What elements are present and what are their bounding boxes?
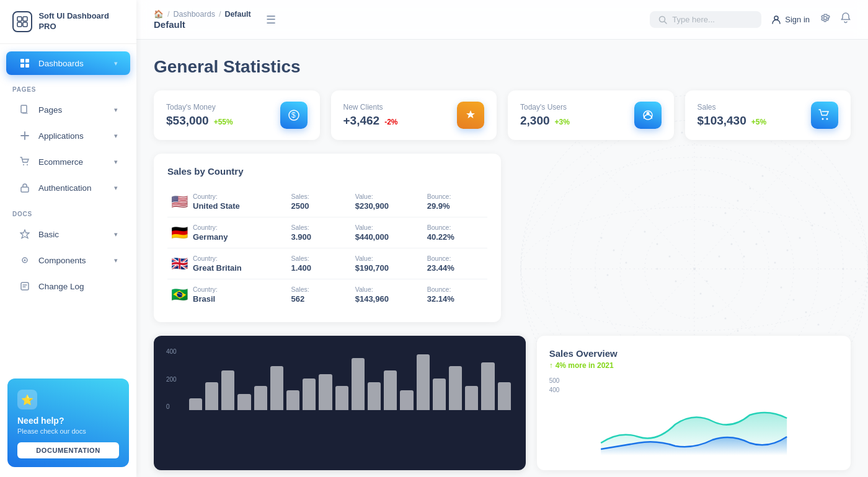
bar [189,398,202,410]
sidebar-item-applications[interactable]: Applications ▾ [6,124,130,147]
sales-cell: Sales: 1.400 [288,248,352,279]
notification-icon[interactable] [841,12,851,27]
svg-text:$: $ [291,111,296,120]
sales-label: Sales: [291,193,348,200]
sidebar-item-authentication[interactable]: Authentication ▾ [6,176,130,199]
search-input[interactable] [672,15,753,24]
home-icon[interactable]: 🏠 [154,9,164,19]
chevron-icon: ▾ [114,184,118,192]
chart-y-labels: 400 200 0 [166,348,177,410]
flag-icon: 🇬🇧 [171,256,188,272]
bounce-cell: Bounce: 23.44% [423,248,487,279]
app-name: Soft UI Dashboard PRO [38,11,124,32]
table-row: 🇧🇷 Country: Brasil Sales: 562 Value: $14… [167,279,487,310]
line-chart-svg [549,406,838,455]
signin-button[interactable]: Sign in [771,15,810,25]
sidebar-item-changelog[interactable]: Change Log [6,274,130,298]
bar [352,358,365,410]
chevron-icon: ▾ [114,230,118,239]
page-content: General Statistics Today's Money $53,000… [136,40,868,477]
value-label: Value: [355,224,420,231]
country-value: Germany [193,232,228,242]
bar [286,390,299,410]
stat-card-users-info: Today's Users 2,300 +3% [520,103,570,128]
value-value: $143,960 [355,294,420,304]
hamburger-button[interactable]: ☰ [261,11,281,29]
breadcrumb-dashboards[interactable]: Dashboards [173,10,215,19]
svg-rect-2 [17,22,22,27]
sales-label: Sales: [291,286,348,293]
stat-card-clients-info: New Clients +3,462 -2% [343,103,398,128]
stat-value: +3,462 [343,114,380,128]
sidebar: Soft UI Dashboard PRO Dashboards ▾ PAGES… [0,0,136,477]
sidebar-item-basic[interactable]: Basic ▾ [6,222,130,246]
country-cell: 🇺🇸 Country: United State [167,186,288,217]
bar [335,386,348,410]
value-label: Value: [355,286,420,293]
stat-label: Today's Users [520,103,570,112]
svg-rect-15 [21,282,29,290]
sidebar-item-label: Pages [38,105,62,115]
sidebar-item-label: Authentication [38,183,92,193]
country-cell: 🇧🇷 Country: Brasil [167,279,288,310]
sales-value: 1.400 [291,263,348,273]
chevron-icon: ▾ [114,59,118,68]
value-value: $230,900 [355,201,420,211]
flag-icon: 🇺🇸 [171,194,188,210]
overview-subtitle: ↑ 4% more in 2021 [549,361,838,370]
help-subtitle: Please check our docs [17,427,86,435]
sidebar-item-pages[interactable]: Pages ▾ [6,98,130,121]
components-icon [19,254,31,266]
pages-icon [19,103,31,116]
y-label: 0 [166,403,177,410]
bounce-label: Bounce: [427,255,484,262]
svg-point-11 [27,164,28,165]
sidebar-item-label: Basic [38,230,59,239]
topbar: 🏠 / Dashboards / Default Default ☰ Sign … [136,0,868,40]
svg-rect-3 [23,22,27,27]
sidebar-item-ecommerce[interactable]: Ecommerce ▾ [6,150,130,173]
user-icon [771,15,781,25]
ecommerce-icon [19,155,31,168]
svg-rect-4 [20,59,24,63]
settings-icon[interactable] [820,12,831,27]
stat-change: +5% [751,118,766,126]
bar [368,382,381,410]
chevron-icon: ▾ [114,132,118,140]
sales-by-country-section: Sales by Country 🇺🇸 Country: United Stat… [154,154,851,322]
bar [237,394,250,410]
applications-icon [19,129,31,142]
stat-label: New Clients [343,103,398,112]
value-cell: Value: $230,900 [352,186,423,217]
sidebar-item-components[interactable]: Components ▾ [6,248,130,272]
sales-value: 3.900 [291,232,348,242]
sidebar-item-dashboards[interactable]: Dashboards ▾ [6,51,130,75]
sales-cell: Sales: 2500 [288,186,352,217]
svg-point-14 [24,260,26,261]
help-card: ⭐ Need help? Please check our docs DOCUM… [7,379,129,467]
sales-cell: Sales: 3.900 [288,217,352,248]
bar [270,366,283,410]
overview-title: Sales Overview [549,348,838,359]
bounce-value: 40.22% [427,232,484,242]
page-title: Default [154,19,251,30]
chevron-icon: ▾ [114,158,118,166]
bottom-row: 400 200 0 Sales Overview ↑ 4% more in 20… [154,336,851,470]
svg-point-81 [822,118,824,120]
sales-by-country-card: Sales by Country 🇺🇸 Country: United Stat… [154,154,501,322]
svg-point-10 [23,164,24,165]
country-value: Brasil [193,294,218,304]
authentication-icon [19,182,31,194]
help-title: Need help? [17,416,64,426]
sales-cell: Sales: 562 [288,279,352,310]
value-cell: Value: $143,960 [352,279,423,310]
y-label: 200 [166,376,177,383]
stat-value: $103,430 [698,114,746,128]
value-value: $440,000 [355,232,420,242]
documentation-button[interactable]: DOCUMENTATION [17,442,119,458]
bar [433,379,446,410]
stat-change: +55% [214,118,233,126]
country-table: 🇺🇸 Country: United State Sales: 2500 Val… [167,186,487,310]
stat-cards-row: Today's Money $53,000 +55% $ New Clients… [154,90,851,140]
chevron-icon: ▾ [114,106,118,114]
